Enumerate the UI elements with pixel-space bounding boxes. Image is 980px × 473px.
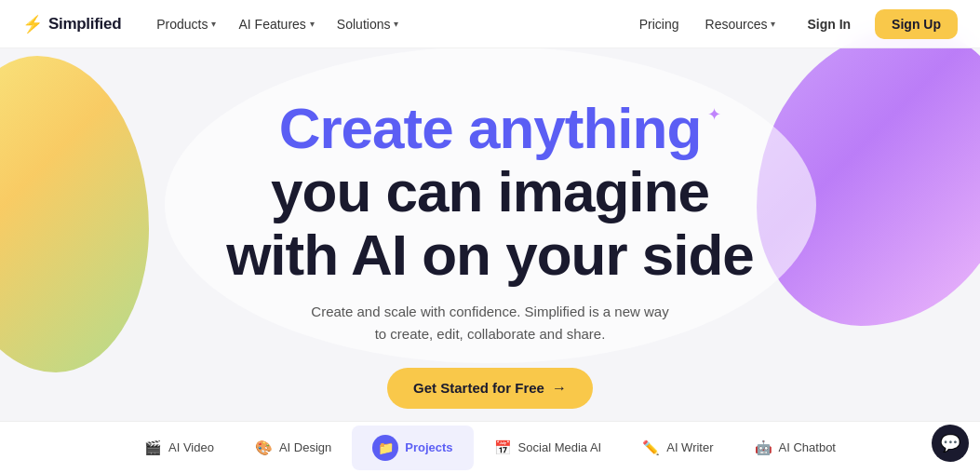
navbar-right: Pricing Resources ▾ Sign In Sign Up	[632, 9, 958, 39]
tab-social-media-ai[interactable]: 📅 Social Media AI	[474, 430, 623, 466]
tab-projects-label: Projects	[405, 440, 452, 454]
hero-title-line2: with AI on your side	[226, 223, 754, 287]
arrow-right-icon: →	[552, 380, 567, 397]
logo-text: Simplified	[48, 15, 121, 34]
navbar-left: ⚡ Simplified Products ▾ AI Features ▾ So…	[22, 11, 408, 37]
nav-item-solutions[interactable]: Solutions ▾	[328, 11, 409, 37]
signin-button[interactable]: Sign In	[794, 10, 864, 38]
nav-solutions-label: Solutions	[337, 17, 391, 32]
video-icon: 🎬	[144, 439, 162, 456]
logo-icon: ⚡	[22, 14, 43, 34]
hero-subtitle: Create and scale with confidence. Simpli…	[304, 301, 677, 345]
hero-title-wrapper: Create anything ✦	[279, 97, 702, 160]
projects-icon-wrapper: 📁	[372, 435, 398, 461]
bottom-tabs: 🎬 AI Video 🎨 AI Design 📁 Projects 📅 Soci…	[0, 421, 980, 473]
tab-ai-design-label: AI Design	[279, 440, 331, 454]
tab-social-media-label: Social Media AI	[518, 440, 602, 454]
writer-icon: ✏️	[642, 439, 660, 456]
signup-button[interactable]: Sign Up	[875, 9, 958, 39]
tab-ai-video-label: AI Video	[168, 440, 214, 454]
nav-ai-features-label: AI Features	[238, 17, 305, 32]
chat-bubble-button[interactable]: 💬	[932, 425, 969, 462]
hero-section: Create anything ✦ you can imagine with A…	[0, 48, 980, 409]
chat-icon: 💬	[940, 433, 960, 453]
nav-resources-label: Resources	[705, 17, 768, 32]
sparkle-icon: ✦	[707, 104, 721, 125]
nav-item-products[interactable]: Products ▾	[147, 11, 225, 37]
nav-resources[interactable]: Resources ▾	[698, 11, 784, 37]
design-icon: 🎨	[255, 439, 273, 456]
projects-icon: 📁	[378, 440, 394, 455]
tab-ai-writer-label: AI Writer	[666, 440, 713, 454]
hero-title-colored: Create anything	[279, 96, 702, 160]
tab-ai-chatbot[interactable]: 🤖 AI Chatbot	[734, 430, 856, 466]
social-media-icon: 📅	[494, 439, 512, 456]
chatbot-icon: 🤖	[755, 439, 772, 456]
tab-ai-design[interactable]: 🎨 AI Design	[235, 430, 352, 466]
chevron-down-icon: ▾	[771, 19, 775, 29]
nav-item-ai-features[interactable]: AI Features ▾	[229, 11, 323, 37]
tab-ai-video[interactable]: 🎬 AI Video	[124, 430, 235, 466]
nav-products-label: Products	[156, 17, 208, 32]
tab-ai-writer[interactable]: ✏️ AI Writer	[622, 430, 733, 466]
get-started-button[interactable]: Get Started for Free →	[387, 368, 593, 409]
nav-links: Products ▾ AI Features ▾ Solutions ▾	[147, 11, 408, 37]
nav-pricing[interactable]: Pricing	[632, 11, 687, 37]
tab-projects[interactable]: 📁 Projects	[352, 426, 473, 470]
chevron-down-icon: ▾	[211, 19, 216, 29]
hero-title-line1: you can imagine	[271, 160, 709, 223]
chevron-down-icon: ▾	[310, 19, 315, 29]
cta-label: Get Started for Free	[413, 380, 544, 396]
chevron-down-icon: ▾	[394, 19, 398, 29]
tab-ai-chatbot-label: AI Chatbot	[779, 440, 836, 454]
logo[interactable]: ⚡ Simplified	[22, 14, 121, 34]
navbar: ⚡ Simplified Products ▾ AI Features ▾ So…	[0, 0, 980, 48]
